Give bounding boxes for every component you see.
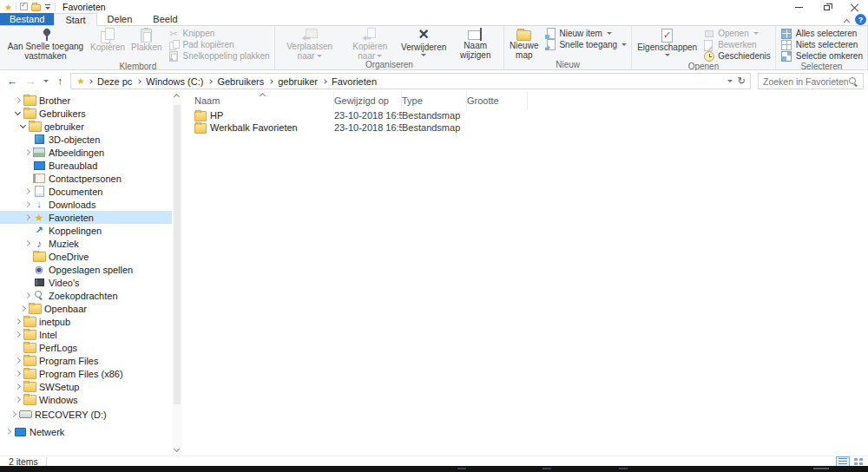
column-header-type[interactable]: Type (402, 92, 467, 109)
sidebar-item-intel[interactable]: Intel (0, 328, 172, 341)
expand-chevron-icon[interactable] (23, 187, 32, 196)
expand-chevron-icon[interactable] (23, 200, 32, 209)
paste-shortcut-button[interactable]: Snelkoppeling plakken (166, 50, 272, 62)
expand-chevron-icon[interactable] (9, 410, 18, 419)
select-none-button[interactable]: Niets selecteren (779, 39, 865, 50)
breadcrumb-chevron-icon[interactable] (88, 79, 93, 84)
breadcrumb-item-windows-c[interactable]: Windows (C:) (141, 76, 207, 87)
up-button[interactable] (52, 74, 68, 89)
expand-chevron-icon[interactable] (13, 95, 23, 105)
sidebar-item-opgeslagen-spellen[interactable]: Opgeslagen spellen (0, 263, 172, 276)
cut-button[interactable]: Knippen (166, 28, 272, 39)
tab-start[interactable]: Start (54, 13, 96, 26)
sidebar-item-downloads[interactable]: Downloads (0, 198, 172, 211)
invert-selection-button[interactable]: Selectie omkeren (779, 50, 865, 62)
sidebar-item-openbaar[interactable]: Openbaar (0, 302, 172, 315)
sidebar-item-koppelingen[interactable]: Koppelingen (0, 224, 172, 237)
sidebar-item-bureaublad[interactable]: Bureaublad (0, 159, 172, 172)
details-view-button[interactable] (836, 456, 850, 467)
expand-chevron-icon[interactable] (18, 304, 28, 313)
expand-chevron-icon[interactable] (23, 213, 32, 222)
select-all-button[interactable]: Alles selecteren (779, 28, 865, 39)
expand-chevron-icon[interactable] (23, 291, 32, 300)
new-item-button[interactable]: Nieuw item (542, 28, 628, 39)
taskbar-partial[interactable] (0, 466, 868, 472)
sidebar-item-program-files[interactable]: Program Files (0, 354, 172, 367)
collapse-chevron-icon[interactable] (13, 108, 23, 118)
copy-path-button[interactable]: Pad kopiëren (166, 39, 272, 50)
search-input[interactable] (763, 76, 848, 87)
sidebar-item-video-s[interactable]: Video's (0, 276, 172, 289)
sidebar-item-windows[interactable]: Windows (0, 393, 172, 406)
file-row-hp[interactable]: HP23-10-2018 16:58Bestandsmap (182, 109, 868, 121)
sidebar-item-muziek[interactable]: Muziek (0, 237, 172, 250)
help-button[interactable] (855, 14, 866, 25)
sidebar-item-onedrive[interactable]: OneDrive (0, 250, 172, 263)
expand-chevron-icon[interactable] (13, 317, 23, 326)
breadcrumb-item-favorieten[interactable]: Favorieten (327, 76, 381, 87)
expand-chevron-icon[interactable] (13, 395, 23, 404)
properties-quick-icon[interactable] (20, 3, 28, 10)
forward-button[interactable] (23, 74, 38, 89)
paste-button[interactable]: Plakken (128, 27, 165, 60)
breadcrumb-chevron-icon[interactable] (137, 79, 142, 84)
expand-chevron-icon[interactable] (23, 148, 32, 157)
collapse-ribbon-button[interactable] (843, 17, 850, 24)
expand-chevron-icon[interactable] (3, 427, 13, 436)
delete-button[interactable]: Verwijderen (398, 27, 449, 60)
breadcrumb-chevron-icon[interactable] (268, 79, 273, 84)
navigation-scrollbar[interactable] (172, 92, 182, 456)
sidebar-item-swsetup[interactable]: SWSetup (0, 380, 172, 393)
properties-button[interactable]: Eigenschappen (635, 27, 700, 60)
tab-bestand[interactable]: Bestand (0, 13, 54, 25)
refresh-icon[interactable] (738, 75, 746, 87)
scroll-down-arrow-icon[interactable] (174, 447, 179, 451)
sidebar-item-brother[interactable]: Brother (0, 94, 172, 107)
sidebar-item-inetpub[interactable]: inetpub (0, 315, 172, 328)
breadcrumb-item-gebruiker[interactable]: gebruiker (273, 76, 322, 87)
expand-chevron-icon[interactable] (13, 330, 23, 339)
column-header-gewijzigd-op[interactable]: Gewijzigd op (334, 92, 402, 109)
sidebar-item-gebruiker[interactable]: gebruiker (0, 120, 172, 133)
breadcrumb-item-gebruikers[interactable]: Gebruikers (213, 76, 268, 87)
copy-button[interactable]: Kopiëren (88, 27, 128, 60)
address-dropdown-caret-icon[interactable] (727, 80, 733, 82)
sidebar-item-netwerk[interactable]: Netwerk (0, 425, 172, 438)
expand-chevron-icon[interactable] (13, 382, 23, 391)
sidebar-item-program-files-x86[interactable]: Program Files (x86) (0, 367, 172, 380)
breadcrumb-chevron-icon[interactable] (208, 79, 214, 84)
sidebar-item-3d-objecten[interactable]: 3D-objecten (0, 133, 172, 146)
tab-beeld[interactable]: Beeld (142, 13, 187, 25)
sidebar-item-recovery-d[interactable]: RECOVERY (D:) (0, 408, 172, 421)
edit-button[interactable]: Bewerken (700, 39, 773, 50)
sidebar-item-zoekopdrachten[interactable]: Zoekopdrachten (0, 289, 172, 302)
sidebar-item-perflogs[interactable]: PerfLogs (0, 341, 172, 354)
customize-toolbar-caret-icon[interactable] (44, 4, 51, 10)
back-button[interactable] (4, 74, 20, 89)
breadcrumb-chevron-icon[interactable] (322, 79, 327, 84)
search-icon[interactable] (848, 76, 858, 87)
history-button[interactable]: Geschiedenis (700, 50, 773, 62)
expand-chevron-icon[interactable] (23, 239, 32, 248)
column-header-grootte[interactable]: Grootte (467, 92, 528, 109)
tab-delen[interactable]: Delen (97, 13, 143, 25)
scrollbar-thumb[interactable] (174, 105, 181, 404)
sidebar-item-gebruikers[interactable]: Gebruikers (0, 107, 172, 120)
new-folder-button[interactable]: Nieuwe map (507, 27, 541, 60)
file-row-werkbalk-favorieten[interactable]: Werkbalk Favorieten23-10-2018 16:57Besta… (182, 121, 868, 134)
thumbnails-view-button[interactable] (852, 456, 865, 467)
recent-locations-caret[interactable] (41, 74, 49, 89)
expand-chevron-icon[interactable] (13, 356, 23, 365)
breadcrumb-item-deze-pc[interactable]: Deze pc (93, 76, 136, 87)
new-folder-quick-icon[interactable] (31, 4, 41, 11)
sidebar-item-favorieten[interactable]: Favorieten (0, 211, 172, 224)
rename-button[interactable]: Naam wijzigen (450, 27, 501, 60)
pin-to-quick-access-button[interactable]: Aan Snelle toegang vastmaken (4, 27, 87, 60)
sidebar-item-documenten[interactable]: Documenten (0, 185, 172, 198)
expand-chevron-icon[interactable] (13, 369, 23, 378)
quick-access-button[interactable]: Snelle toegang (542, 39, 628, 50)
address-box[interactable]: Deze pcWindows (C:)GebruikersgebruikerFa… (70, 73, 751, 89)
copy-to-button[interactable]: Kopiëren naar (343, 27, 398, 60)
scroll-up-arrow-icon[interactable] (174, 95, 179, 99)
move-to-button[interactable]: Verplaatsen naar (278, 27, 342, 60)
